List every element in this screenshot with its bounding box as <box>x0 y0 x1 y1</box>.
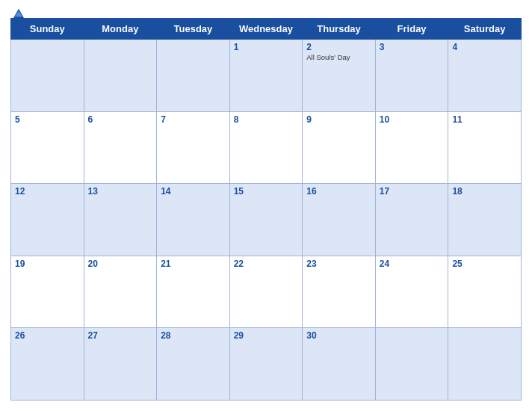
day-number: 27 <box>88 330 153 341</box>
calendar-cell: 14 <box>157 184 230 256</box>
day-number: 30 <box>306 330 371 341</box>
calendar-cell <box>375 328 448 401</box>
calendar-cell: 26 <box>11 328 84 401</box>
calendar-week-row: 12131415161718 <box>11 184 522 256</box>
day-number: 11 <box>452 114 517 125</box>
day-number: 16 <box>306 186 371 197</box>
day-number: 29 <box>234 330 299 341</box>
weekday-header-tuesday: Tuesday <box>157 19 230 40</box>
calendar-cell: 10 <box>375 111 448 184</box>
calendar-header <box>10 7 522 13</box>
logo-icon <box>12 7 25 19</box>
day-number: 7 <box>161 114 226 125</box>
calendar-cell: 27 <box>84 328 157 401</box>
logo-area <box>10 7 25 19</box>
weekday-header-thursday: Thursday <box>303 19 376 40</box>
calendar-cell: 16 <box>303 184 376 256</box>
day-number: 19 <box>15 259 80 269</box>
day-number: 26 <box>15 330 80 341</box>
calendar-cell: 15 <box>229 184 303 256</box>
calendar-cell: 24 <box>375 256 448 328</box>
calendar-cell: 20 <box>84 256 157 328</box>
calendar-cell: 7 <box>157 111 230 184</box>
day-number: 28 <box>161 330 226 341</box>
weekday-header-saturday: Saturday <box>448 19 522 40</box>
day-number: 25 <box>452 259 517 269</box>
day-number: 9 <box>306 114 371 125</box>
day-number: 3 <box>380 42 445 52</box>
calendar-cell: 5 <box>11 111 84 184</box>
day-number: 24 <box>380 259 445 269</box>
calendar-cell: 6 <box>84 111 157 184</box>
calendar-cell: 1 <box>229 40 303 112</box>
calendar-cell: 19 <box>11 256 84 328</box>
weekday-header-wednesday: Wednesday <box>229 19 303 40</box>
calendar-cell: 11 <box>448 111 522 184</box>
day-number: 12 <box>15 186 80 197</box>
day-number: 5 <box>15 114 80 125</box>
day-number: 14 <box>161 186 226 197</box>
day-number: 8 <box>234 114 299 125</box>
day-number: 15 <box>234 186 299 197</box>
calendar-week-row: 567891011 <box>11 111 522 184</box>
calendar-cell: 3 <box>375 40 448 112</box>
day-number: 4 <box>452 42 517 52</box>
calendar-cell <box>84 40 157 112</box>
calendar-cell: 13 <box>84 184 157 256</box>
day-number: 13 <box>88 186 153 197</box>
weekday-header-monday: Monday <box>84 19 157 40</box>
day-number: 10 <box>380 114 445 125</box>
calendar-cell: 22 <box>229 256 303 328</box>
weekday-header-row: SundayMondayTuesdayWednesdayThursdayFrid… <box>11 19 522 40</box>
day-number: 6 <box>88 114 153 125</box>
day-number: 21 <box>161 259 226 269</box>
day-number: 18 <box>452 186 517 197</box>
calendar-cell: 28 <box>157 328 230 401</box>
day-number: 1 <box>234 42 299 52</box>
day-number: 22 <box>234 259 299 269</box>
calendar-cell <box>11 40 84 112</box>
day-number: 20 <box>88 259 153 269</box>
calendar-cell: 29 <box>229 328 303 401</box>
day-number: 23 <box>306 259 371 269</box>
day-number: 2 <box>306 42 371 52</box>
weekday-header-sunday: Sunday <box>11 19 84 40</box>
calendar-week-row: 2627282930 <box>11 328 522 401</box>
event-label: All Souls' Day <box>306 53 371 61</box>
calendar-week-row: 19202122232425 <box>11 256 522 328</box>
calendar-wrapper: SundayMondayTuesdayWednesdayThursdayFrid… <box>0 0 532 411</box>
calendar-cell: 30 <box>303 328 376 401</box>
calendar-cell: 2All Souls' Day <box>303 40 376 112</box>
weekday-header-friday: Friday <box>375 19 448 40</box>
day-number: 17 <box>380 186 445 197</box>
calendar-cell: 4 <box>448 40 522 112</box>
calendar-cell: 17 <box>375 184 448 256</box>
calendar-week-row: 12All Souls' Day34 <box>11 40 522 112</box>
calendar-cell: 25 <box>448 256 522 328</box>
calendar-cell: 23 <box>303 256 376 328</box>
calendar-cell <box>448 328 522 401</box>
calendar-cell: 12 <box>11 184 84 256</box>
calendar-cell: 18 <box>448 184 522 256</box>
calendar-cell <box>157 40 230 112</box>
calendar-cell: 8 <box>229 111 303 184</box>
calendar-table: SundayMondayTuesdayWednesdayThursdayFrid… <box>10 18 522 401</box>
calendar-cell: 21 <box>157 256 230 328</box>
calendar-cell: 9 <box>303 111 376 184</box>
